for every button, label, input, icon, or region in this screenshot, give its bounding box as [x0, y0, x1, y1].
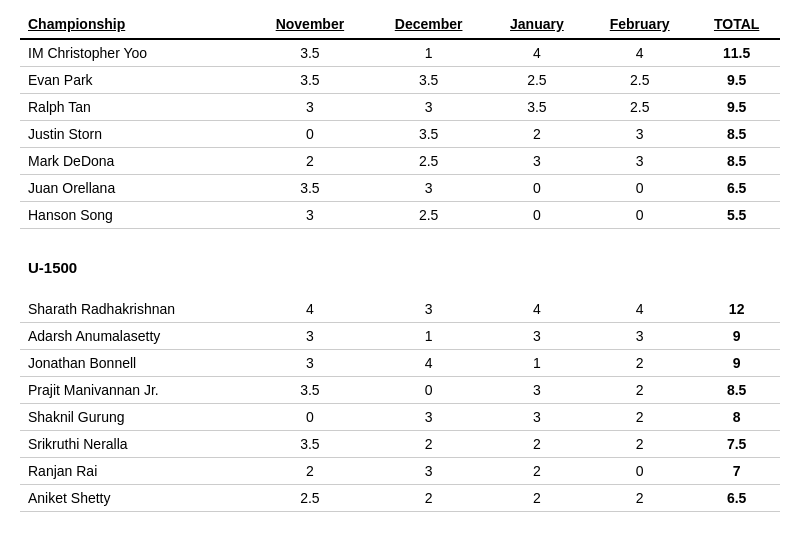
nov-score: 3 — [250, 94, 369, 121]
player-name: IM Christopher Yoo — [20, 39, 250, 67]
total-score: 12 — [693, 296, 780, 323]
table-row: Juan Orellana 3.5 3 0 0 6.5 — [20, 175, 780, 202]
col-header-total: TOTAL — [693, 10, 780, 39]
player-name: Ranjan Rai — [20, 458, 250, 485]
dec-score: 3 — [370, 404, 488, 431]
total-score: 9.5 — [693, 67, 780, 94]
player-name: Mark DeDona — [20, 148, 250, 175]
player-name: Srikruthi Neralla — [20, 431, 250, 458]
table-row: Adarsh Anumalasetty 3 1 3 3 9 — [20, 323, 780, 350]
table-body: IM Christopher Yoo 3.5 1 4 4 11.5 Evan P… — [20, 39, 780, 512]
player-name: Shaknil Gurung — [20, 404, 250, 431]
table-row: Evan Park 3.5 3.5 2.5 2.5 9.5 — [20, 67, 780, 94]
dec-score: 1 — [370, 323, 488, 350]
nov-score: 3 — [250, 350, 369, 377]
section-spacer — [20, 229, 780, 242]
player-name: Evan Park — [20, 67, 250, 94]
jan-score: 2 — [488, 458, 586, 485]
jan-score: 1 — [488, 350, 586, 377]
dec-score: 1 — [370, 39, 488, 67]
jan-score: 3.5 — [488, 94, 586, 121]
total-score: 11.5 — [693, 39, 780, 67]
feb-score: 3 — [586, 148, 693, 175]
dec-score: 2.5 — [370, 148, 488, 175]
feb-score: 2.5 — [586, 67, 693, 94]
section-spacer-2 — [20, 284, 780, 296]
nov-score: 3 — [250, 323, 369, 350]
dec-score: 2.5 — [370, 202, 488, 229]
table-row: Sharath Radhakrishnan 4 3 4 4 12 — [20, 296, 780, 323]
dec-score: 4 — [370, 350, 488, 377]
col-header-february: February — [586, 10, 693, 39]
feb-score: 4 — [586, 296, 693, 323]
table-row: Aniket Shetty 2.5 2 2 2 6.5 — [20, 485, 780, 512]
player-name: Aniket Shetty — [20, 485, 250, 512]
col-header-january: January — [488, 10, 586, 39]
table-row: Srikruthi Neralla 3.5 2 2 2 7.5 — [20, 431, 780, 458]
player-name: Ralph Tan — [20, 94, 250, 121]
nov-score: 3.5 — [250, 175, 369, 202]
table-header-row: Championship November December January F… — [20, 10, 780, 39]
player-name: Prajit Manivannan Jr. — [20, 377, 250, 404]
col-header-november: November — [250, 10, 369, 39]
nov-score: 0 — [250, 404, 369, 431]
total-score: 9.5 — [693, 94, 780, 121]
nov-score: 3.5 — [250, 67, 369, 94]
table-row: Prajit Manivannan Jr. 3.5 0 3 2 8.5 — [20, 377, 780, 404]
total-score: 7 — [693, 458, 780, 485]
feb-score: 3 — [586, 121, 693, 148]
standings-table: Championship November December January F… — [20, 10, 780, 512]
nov-score: 3.5 — [250, 377, 369, 404]
dec-score: 2 — [370, 485, 488, 512]
nov-score: 2 — [250, 148, 369, 175]
jan-score: 2 — [488, 431, 586, 458]
jan-score: 0 — [488, 202, 586, 229]
nov-score: 3.5 — [250, 39, 369, 67]
dec-score: 3 — [370, 296, 488, 323]
dec-score: 2 — [370, 431, 488, 458]
table-row: Jonathan Bonnell 3 4 1 2 9 — [20, 350, 780, 377]
jan-score: 3 — [488, 377, 586, 404]
table-row: Ranjan Rai 2 3 2 0 7 — [20, 458, 780, 485]
total-score: 7.5 — [693, 431, 780, 458]
nov-score: 2 — [250, 458, 369, 485]
table-row: Hanson Song 3 2.5 0 0 5.5 — [20, 202, 780, 229]
feb-score: 0 — [586, 175, 693, 202]
col-header-championship: Championship — [20, 10, 250, 39]
nov-score: 3 — [250, 202, 369, 229]
jan-score: 4 — [488, 39, 586, 67]
dec-score: 3.5 — [370, 67, 488, 94]
jan-score: 4 — [488, 296, 586, 323]
feb-score: 2.5 — [586, 94, 693, 121]
dec-score: 0 — [370, 377, 488, 404]
jan-score: 3 — [488, 323, 586, 350]
feb-score: 2 — [586, 377, 693, 404]
dec-score: 3 — [370, 94, 488, 121]
player-name: Justin Storn — [20, 121, 250, 148]
feb-score: 2 — [586, 431, 693, 458]
feb-score: 0 — [586, 458, 693, 485]
jan-score: 2 — [488, 485, 586, 512]
nov-score: 2.5 — [250, 485, 369, 512]
feb-score: 3 — [586, 323, 693, 350]
nov-score: 0 — [250, 121, 369, 148]
jan-score: 3 — [488, 404, 586, 431]
u1500-section-header: U-1500 — [20, 241, 780, 284]
u1500-label: U-1500 — [20, 241, 780, 284]
total-score: 9 — [693, 350, 780, 377]
dec-score: 3.5 — [370, 121, 488, 148]
total-score: 5.5 — [693, 202, 780, 229]
player-name: Juan Orellana — [20, 175, 250, 202]
player-name: Adarsh Anumalasetty — [20, 323, 250, 350]
nov-score: 3.5 — [250, 431, 369, 458]
feb-score: 2 — [586, 404, 693, 431]
table-row: IM Christopher Yoo 3.5 1 4 4 11.5 — [20, 39, 780, 67]
feb-score: 2 — [586, 350, 693, 377]
total-score: 8.5 — [693, 148, 780, 175]
total-score: 9 — [693, 323, 780, 350]
table-row: Mark DeDona 2 2.5 3 3 8.5 — [20, 148, 780, 175]
total-score: 6.5 — [693, 485, 780, 512]
total-score: 6.5 — [693, 175, 780, 202]
player-name: Jonathan Bonnell — [20, 350, 250, 377]
player-name: Sharath Radhakrishnan — [20, 296, 250, 323]
